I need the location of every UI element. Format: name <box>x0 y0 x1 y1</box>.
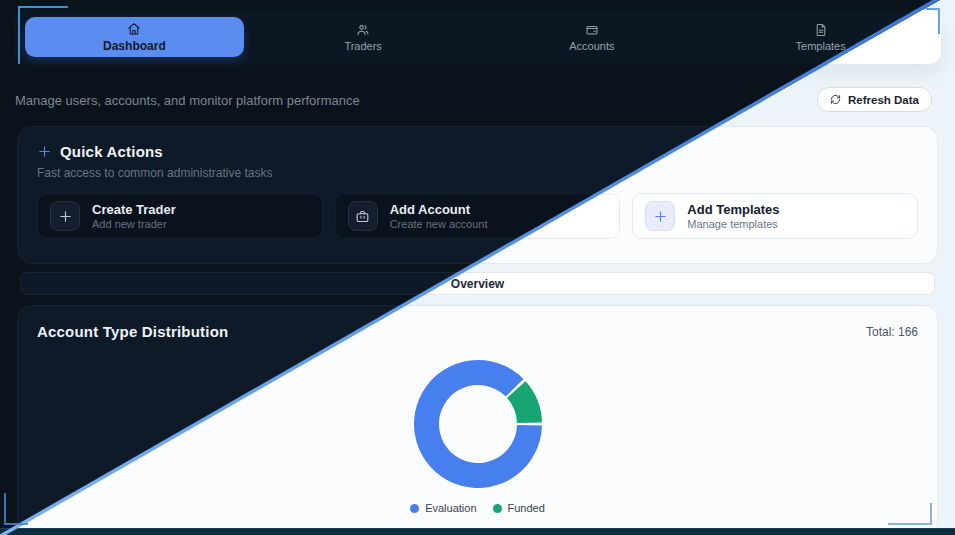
add-templates-button[interactable]: Add Templates Manage templates <box>632 193 918 239</box>
legend-item-evaluation: Evaluation <box>410 502 476 514</box>
tab-label: Dashboard <box>103 39 166 53</box>
page-subtitle: Manage users, accounts, and monitor plat… <box>15 93 360 108</box>
plus-icon <box>50 201 80 231</box>
wallet-icon <box>585 23 599 37</box>
briefcase-icon <box>348 201 378 231</box>
home-icon <box>127 22 141 36</box>
legend-dot-evaluation <box>410 504 419 513</box>
legend-item-funded: Funded <box>493 502 545 514</box>
action-title: Add Account <box>390 202 488 217</box>
refresh-data-button[interactable]: Refresh Data <box>817 87 932 112</box>
chart-total: Total: 166 <box>866 325 918 339</box>
users-icon <box>356 23 370 37</box>
plus-icon <box>37 144 52 159</box>
action-title: Create Trader <box>92 202 176 217</box>
donut-segment-evaluation[interactable] <box>413 360 541 488</box>
quick-actions-title: Quick Actions <box>60 143 163 160</box>
legend-label: Evaluation <box>425 502 476 514</box>
window-bottom-edge <box>0 528 955 535</box>
refresh-icon <box>830 94 841 105</box>
action-title: Add Templates <box>687 202 779 217</box>
app-window: Dashboard Traders Accounts Templates Man… <box>0 0 955 535</box>
chart-legend: Evaluation Funded <box>37 502 918 514</box>
file-text-icon <box>814 23 828 37</box>
tab-label: Traders <box>344 40 382 52</box>
action-subtitle: Manage templates <box>687 218 779 231</box>
action-subtitle: Add new trader <box>92 218 176 231</box>
donut-chart[interactable] <box>412 358 544 490</box>
refresh-label: Refresh Data <box>848 94 919 106</box>
create-trader-button[interactable]: Create Trader Add new trader <box>37 193 323 239</box>
legend-label: Funded <box>508 502 545 514</box>
legend-dot-funded <box>493 504 502 513</box>
chart-title: Account Type Distribution <box>37 323 228 340</box>
plus-icon <box>645 201 675 231</box>
tab-accounts[interactable]: Accounts <box>483 17 702 57</box>
tab-traders[interactable]: Traders <box>254 17 473 57</box>
action-subtitle: Create new account <box>390 218 488 231</box>
top-navigation: Dashboard Traders Accounts Templates <box>14 10 941 64</box>
tab-label: Accounts <box>569 40 614 52</box>
tab-dashboard[interactable]: Dashboard <box>25 17 244 57</box>
tab-label: Templates <box>796 40 846 52</box>
overview-label: Overview <box>451 277 504 291</box>
